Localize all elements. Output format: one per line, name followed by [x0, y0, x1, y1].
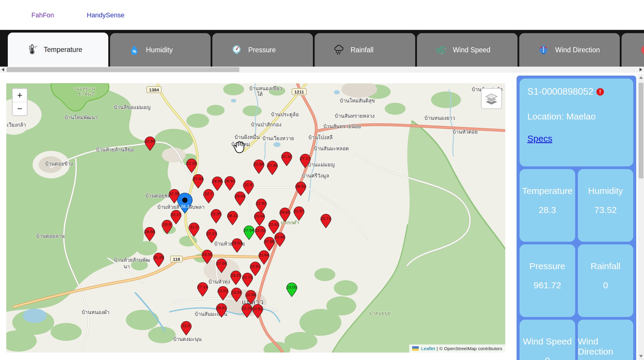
marker-value: 27.54	[244, 228, 254, 232]
sensor-card-title: Wind Speed	[523, 336, 572, 347]
marker-value: 29.85	[280, 210, 290, 215]
specs-link[interactable]: Specs	[527, 134, 552, 144]
red-station-marker[interactable]: 28.88	[144, 227, 155, 243]
sensor-card-rainfall[interactable]: Rainfall0	[578, 244, 634, 317]
sensor-card-temperature[interactable]: Temperature28.3	[520, 169, 575, 242]
road-badge: 1384	[146, 86, 162, 93]
red-station-marker[interactable]: 20.9	[162, 220, 173, 235]
red-station-marker[interactable]: 22.84	[144, 137, 156, 152]
sensor-card-wind-direction[interactable]: Wind Direction63	[578, 320, 634, 360]
alert-icon: !	[596, 88, 604, 96]
ukraine-flag-icon	[412, 346, 419, 351]
tab-humidity[interactable]: %Humidity	[110, 33, 211, 67]
red-station-marker[interactable]: 31.5	[188, 223, 200, 238]
svg-text:c°: c°	[34, 45, 37, 49]
red-station-marker[interactable]: 26.91	[216, 303, 227, 319]
red-station-marker[interactable]: 22.86	[253, 160, 264, 175]
red-station-marker[interactable]: 22.7	[203, 189, 214, 205]
red-station-marker[interactable]: 23.49	[274, 232, 285, 248]
green-station-marker[interactable]: 23.05	[286, 283, 297, 298]
sensor-card-value: 73.52	[594, 205, 617, 215]
red-station-marker[interactable]: 22.97	[293, 206, 305, 222]
red-station-marker[interactable]: 23.04	[231, 288, 242, 303]
marker-value: 23.31	[202, 252, 212, 257]
red-station-marker[interactable]: 38.11	[227, 211, 238, 226]
scroll-down-icon[interactable]	[639, 355, 643, 358]
sensor-card-humidity[interactable]: Humidity73.52	[578, 169, 634, 242]
tab-temperature[interactable]: c°Temperature	[8, 33, 108, 67]
red-station-marker[interactable]: 22.36	[267, 161, 278, 176]
marker-value: 22.97	[294, 209, 304, 213]
red-station-marker[interactable]: 27.44	[193, 174, 204, 190]
marker-value: 27.04	[216, 261, 226, 266]
red-station-marker[interactable]: 22.32	[281, 152, 292, 167]
tab-pressure[interactable]: Pressure	[212, 33, 313, 67]
tab-label: Pressure	[248, 46, 276, 54]
station-info-card: S1-0000898052 ! Location: Maelao Specs	[520, 79, 633, 166]
sensor-card-wind-speed[interactable]: Wind Speed0	[520, 320, 575, 360]
red-station-marker[interactable]: 27.14	[197, 282, 208, 298]
red-station-marker[interactable]: 27.04	[216, 259, 227, 274]
red-station-marker[interactable]: 22.61	[252, 304, 263, 320]
red-station-marker[interactable]: 31.28	[153, 253, 164, 268]
marker-value: 27.17	[300, 156, 310, 161]
red-station-marker[interactable]: 26.92	[224, 176, 235, 192]
scroll-left-icon[interactable]	[1, 68, 4, 71]
tab-overflow[interactable]	[622, 33, 644, 67]
green-station-marker[interactable]: 27.54	[243, 226, 255, 241]
svg-text:%: %	[133, 49, 136, 54]
red-station-marker[interactable]: 23.04	[254, 212, 265, 227]
red-station-marker[interactable]: 22.5	[181, 321, 192, 337]
layers-icon	[485, 93, 498, 105]
red-station-marker[interactable]: 22.01	[217, 286, 229, 302]
vertical-scrollbar[interactable]	[638, 74, 644, 360]
map-layers-button[interactable]	[481, 88, 502, 109]
red-station-marker[interactable]: 22.13	[206, 229, 217, 244]
leaflet-map[interactable]: วนอุทยานขาพันปีบ้านลีขอแม่มอญบ้านใหม่พัฒ…	[6, 83, 505, 353]
horizontal-scrollbar-thumb[interactable]	[7, 67, 239, 72]
scroll-up-icon[interactable]	[639, 76, 643, 79]
marker-value: 22.29	[242, 306, 252, 310]
red-station-marker[interactable]: 22.71	[320, 214, 331, 229]
horizontal-scrollbar[interactable]	[0, 67, 644, 73]
map-place-label: ป่าดอยปุย	[369, 309, 390, 317]
sensor-card-pressure[interactable]: Pressure961.72	[520, 244, 575, 317]
red-station-marker[interactable]: 22.73	[242, 273, 253, 288]
tab-wind-speed[interactable]: Wind Speed	[417, 33, 517, 67]
red-station-marker[interactable]: 22.29	[186, 159, 197, 174]
red-station-marker[interactable]: 22.29	[241, 304, 252, 319]
tab-wind-direction[interactable]: Wind Direction	[519, 33, 620, 67]
zoom-out-button[interactable]: −	[13, 102, 27, 115]
osm-attribution: © OpenStreetMap contributors	[439, 346, 502, 351]
red-station-marker[interactable]: 29.85	[279, 208, 290, 223]
tab-rainfall[interactable]: Rainfall	[315, 33, 415, 67]
red-station-marker[interactable]: 21.35	[211, 209, 222, 225]
map-place-label: บ้านประตูล้อ	[271, 110, 299, 118]
leaflet-link[interactable]: Leaflet	[421, 346, 435, 351]
wind-vane-icon	[538, 44, 549, 56]
marker-value: 26.92	[296, 184, 306, 189]
marker-value: 28.3	[180, 204, 189, 209]
red-station-marker[interactable]: 26.92	[295, 182, 306, 197]
handysense-link[interactable]: HandySense	[87, 11, 124, 19]
marker-value: 23.05	[287, 285, 297, 289]
sensor-card-value: 0	[603, 280, 608, 290]
marker-value: 22.61	[252, 307, 263, 311]
map-place-label: ขาพันปี	[77, 90, 94, 98]
map-place-label: บ้านป่าสักกอง	[251, 120, 281, 128]
zoom-in-button[interactable]: +	[13, 89, 27, 102]
marker-value: 23.04	[254, 214, 264, 218]
red-station-marker[interactable]: 23.31	[202, 250, 213, 265]
red-station-marker[interactable]: 23.25	[230, 271, 241, 286]
vertical-scrollbar-thumb[interactable]	[639, 83, 643, 178]
scroll-right-icon[interactable]	[640, 68, 642, 71]
red-station-marker[interactable]: 23.04	[235, 192, 246, 207]
map-place-label: บ้านสันมะหลอด	[314, 144, 349, 152]
red-station-marker[interactable]: 29.03	[232, 238, 243, 254]
map-place-label: บ้านฝั่งหมื่น	[235, 133, 260, 141]
tab-label: Humidity	[146, 46, 173, 54]
map-place-label: บ้านหัวทุ่ง	[208, 278, 230, 286]
map-place-label: บ้านสันทรายหลวง	[335, 112, 374, 120]
fahfon-link[interactable]: FahFon	[31, 11, 54, 19]
red-station-marker[interactable]: 27.17	[300, 154, 311, 169]
